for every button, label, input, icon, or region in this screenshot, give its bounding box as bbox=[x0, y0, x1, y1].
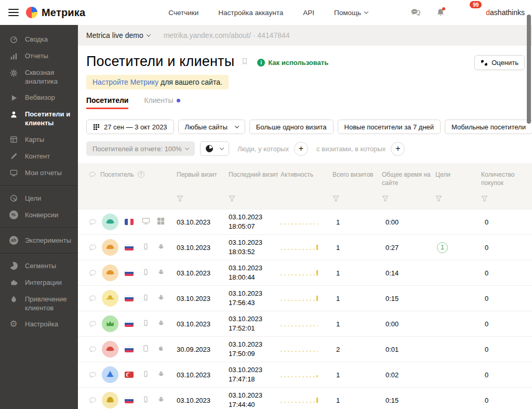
setup-metrica-link[interactable]: Настройте Метрику bbox=[92, 78, 158, 86]
comment-icon[interactable] bbox=[88, 218, 97, 227]
notifications-bell-icon[interactable] bbox=[435, 7, 446, 18]
comment-icon[interactable] bbox=[88, 269, 97, 278]
table-row[interactable]: 03.10.2023 03.10.202318:03:52 1 0:27 1 0 bbox=[78, 234, 532, 260]
visitors-table: Посетитель ? Первый визит Последний визи… bbox=[78, 163, 532, 409]
table-row[interactable]: 30.09.2023 03.10.202317:50:09 2 0:01 0 bbox=[78, 336, 532, 362]
date-range-button[interactable]: 27 сен — 3 окт 2023 bbox=[86, 120, 174, 134]
tab-clients[interactable]: Клиенты bbox=[144, 96, 180, 109]
visitor-avatar-fedora-icon[interactable] bbox=[102, 290, 118, 307]
col-total-visits[interactable]: Всего визитов bbox=[332, 170, 382, 187]
username[interactable]: dashathinks bbox=[486, 8, 525, 17]
visitor-avatar-cap-icon[interactable] bbox=[102, 265, 118, 281]
layout-icon bbox=[9, 135, 18, 144]
sidebar-item-webvisor[interactable]: Вебвизор bbox=[0, 89, 78, 106]
sidebar-item-settings[interactable]: ⚙ Настройка bbox=[0, 316, 78, 333]
comment-icon[interactable] bbox=[88, 294, 97, 303]
nav-counters[interactable]: Счетчики bbox=[168, 9, 198, 17]
bookmark-icon[interactable] bbox=[241, 56, 249, 69]
nav-help[interactable]: Помощь bbox=[334, 9, 368, 17]
col-goals[interactable]: Цели bbox=[435, 170, 481, 187]
sidebar-item-experiments[interactable]: ab Эксперименты bbox=[0, 232, 78, 249]
filter-funnel-icon[interactable] bbox=[177, 194, 183, 204]
any-sites-dropdown[interactable]: Любые сайты bbox=[178, 120, 245, 134]
notification-count-badge: 99 bbox=[469, 0, 483, 9]
user-avatar[interactable]: 99 bbox=[460, 3, 478, 22]
menu-burger-icon[interactable] bbox=[8, 9, 19, 16]
table-row[interactable]: 03.10.2023 03.10.202317:47:18 1 0:02 0 bbox=[78, 362, 532, 387]
filter-mobile-visitors[interactable]: Мобильные посетители bbox=[445, 120, 532, 134]
sidebar-item-segments[interactable]: Сегменты bbox=[0, 258, 78, 274]
col-last-visit[interactable]: Последний визит bbox=[229, 170, 281, 187]
total-time-cell: 0:15 bbox=[382, 397, 435, 404]
nav-api[interactable]: API bbox=[303, 9, 314, 17]
counter-url: metrika.yandex.com/about/ · 44147844 bbox=[164, 31, 290, 39]
total-time-cell: 0:27 bbox=[382, 244, 435, 252]
country-flag-turkey-icon bbox=[125, 372, 134, 378]
vertical-scrollbar[interactable] bbox=[527, 15, 531, 124]
col-activity[interactable]: Активность bbox=[281, 170, 332, 187]
table-row[interactable]: 03.10.2023 03.10.202317:56:43 1 0:15 0 bbox=[78, 285, 532, 311]
help-question-icon[interactable]: ? bbox=[138, 171, 144, 178]
table-row[interactable]: 03.10.2023 03.10.202317:52:01 1 0:00 0 bbox=[78, 311, 532, 336]
sample-share-chip[interactable]: Посетителей в отчете: 100% bbox=[86, 141, 195, 156]
comment-icon[interactable] bbox=[88, 345, 97, 354]
sidebar-item-maps[interactable]: Карты bbox=[0, 131, 78, 148]
filter-funnel-icon[interactable] bbox=[481, 194, 488, 204]
table-row[interactable]: 03.10.2023 03.10.202317:44:40 1 0:15 0 bbox=[78, 387, 532, 409]
col-total-time[interactable]: Общее время на сайте bbox=[382, 170, 435, 187]
tab-visitors[interactable]: Посетители bbox=[86, 96, 128, 109]
counter-bar: Metrica live demo metrika.yandex.com/abo… bbox=[78, 25, 532, 46]
app-window: Метрика Счетчики Настройка аккаунта API … bbox=[0, 0, 532, 409]
table-row[interactable]: 03.10.2023 03.10.202318:00:44 1 0:14 0 bbox=[78, 260, 532, 285]
sidebar-item-customer-acquisition[interactable]: Привлечение клиентов bbox=[0, 291, 78, 316]
comment-icon[interactable] bbox=[88, 320, 97, 328]
rate-button[interactable]: Оценить bbox=[474, 55, 525, 70]
visitor-avatar-cap-icon[interactable] bbox=[102, 239, 118, 256]
sidebar-item-reports[interactable]: Отчеты bbox=[0, 48, 78, 64]
filter-new-visitors-7d[interactable]: Новые посетители за 7 дней bbox=[338, 120, 441, 134]
chat-icon[interactable] bbox=[410, 7, 421, 18]
visitor-avatar-helmet-icon[interactable] bbox=[102, 392, 118, 408]
filter-funnel-icon[interactable] bbox=[332, 194, 339, 204]
add-people-condition-button[interactable]: + bbox=[294, 142, 308, 156]
analytics-burst-icon bbox=[9, 68, 18, 77]
segment-chart-dropdown[interactable] bbox=[200, 141, 229, 156]
filter-funnel-icon[interactable] bbox=[382, 194, 389, 204]
how-to-use-link[interactable]: i Как использовать bbox=[257, 59, 328, 67]
os-android-icon bbox=[157, 242, 177, 253]
goal-count-badge[interactable]: 1 bbox=[437, 242, 448, 253]
col-first-visit[interactable]: Первый визит bbox=[177, 170, 229, 187]
sidebar-item-integrations[interactable]: Интеграции bbox=[0, 274, 78, 291]
percent-icon: % bbox=[9, 210, 18, 220]
country-flag-russia-icon bbox=[125, 270, 134, 276]
sidebar-item-my-reports[interactable]: Мои отчеты bbox=[0, 165, 78, 181]
filter-more-than-one-visit[interactable]: Больше одного визита bbox=[249, 120, 334, 134]
device-phone-icon bbox=[141, 293, 157, 304]
sidebar-item-conversions[interactable]: % Конверсии bbox=[0, 207, 78, 223]
sidebar-item-goals[interactable]: Цели bbox=[0, 190, 78, 207]
sidebar-item-summary[interactable]: Сводка bbox=[0, 31, 78, 48]
sidebar-item-cross-analytics[interactable]: Сквозная аналитика bbox=[0, 64, 78, 89]
filter-funnel-icon[interactable] bbox=[435, 194, 442, 204]
visitor-avatar-crown-icon[interactable] bbox=[102, 315, 118, 332]
visitor-avatar-cap-icon[interactable] bbox=[102, 214, 118, 230]
nav-account-settings[interactable]: Настройка аккаунта bbox=[218, 9, 283, 17]
table-row[interactable]: 03.10.2023 03.10.202318:05:07 1 0:00 0 bbox=[78, 209, 532, 234]
activity-sparkline bbox=[281, 347, 318, 352]
comment-icon[interactable] bbox=[88, 371, 97, 379]
sidebar-item-visitors-clients[interactable]: Посетители и клиенты bbox=[0, 106, 78, 131]
col-visitor[interactable]: Посетитель bbox=[100, 170, 134, 179]
add-visit-condition-button[interactable]: + bbox=[391, 142, 405, 156]
comment-icon[interactable] bbox=[88, 243, 97, 252]
device-phone-icon bbox=[141, 319, 157, 329]
counter-selector[interactable]: Metrica live demo bbox=[86, 31, 150, 39]
col-purchases[interactable]: Количество покупок bbox=[481, 170, 532, 187]
comment-icon[interactable] bbox=[88, 396, 97, 405]
visitor-avatar-cap-icon[interactable] bbox=[102, 341, 118, 358]
pencil-icon bbox=[9, 152, 18, 161]
visitor-avatar-cone-hat-icon[interactable] bbox=[102, 366, 118, 383]
brand-logo[interactable]: Метрика bbox=[26, 7, 85, 19]
chevron-down-icon bbox=[235, 124, 239, 128]
filter-funnel-icon[interactable] bbox=[229, 194, 235, 204]
sidebar-item-content[interactable]: Контент bbox=[0, 148, 78, 165]
